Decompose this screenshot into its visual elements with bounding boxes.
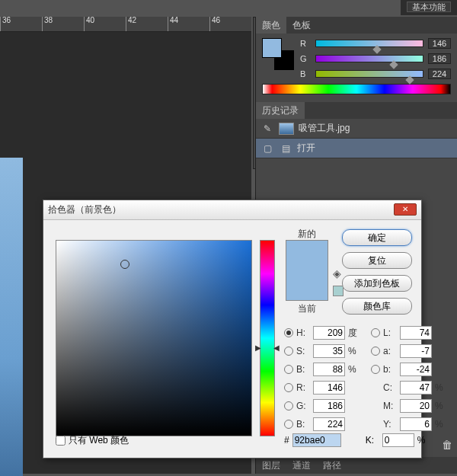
r-value[interactable] — [428, 38, 451, 49]
layers-panel-tabs: 图层 通道 路径 — [256, 457, 457, 474]
radio-a[interactable] — [371, 347, 380, 356]
tab-paths[interactable]: 路径 — [317, 457, 347, 474]
checkbox-icon: ▢ — [260, 142, 274, 155]
history-source-row[interactable]: ✎ 吸管工具.jpg — [256, 119, 457, 139]
history-state-row[interactable]: ▢ ▤ 打开 — [256, 139, 457, 158]
input-g[interactable] — [313, 399, 345, 413]
history-thumbnail — [279, 123, 294, 135]
document-icon: ▤ — [279, 142, 292, 155]
radio-b-hsb[interactable] — [284, 365, 293, 374]
input-lab-b[interactable] — [400, 363, 432, 376]
current-color-label: 当前 — [286, 302, 328, 315]
r-label: R — [300, 39, 311, 48]
workspace-switcher[interactable]: 基本功能 — [401, 0, 457, 15]
gamut-warning-icon[interactable]: ◈ — [333, 267, 341, 280]
input-r[interactable] — [313, 381, 345, 395]
color-panel-tabs: 颜色 色板 — [256, 17, 457, 34]
color-picker-dialog: 拾色器（前景色） ✕ ▶◀ 新的 当前 ◈ 确定 复位 添加到色板 颜色库 H:… — [43, 200, 422, 458]
input-y[interactable] — [400, 417, 432, 431]
trash-icon[interactable]: 🗑 — [442, 439, 452, 451]
ruler-tick: 46 — [209, 17, 251, 31]
history-state-label: 打开 — [297, 142, 315, 155]
dialog-title-bar[interactable]: 拾色器（前景色） ✕ — [43, 200, 421, 220]
tab-swatches[interactable]: 色板 — [286, 17, 317, 34]
dialog-title: 拾色器（前景色） — [48, 203, 121, 216]
g-label: G — [300, 54, 311, 63]
tab-history[interactable]: 历史记录 — [256, 102, 305, 119]
tab-channels[interactable]: 通道 — [286, 457, 317, 474]
color-field[interactable] — [56, 240, 252, 436]
current-color-swatch[interactable] — [286, 270, 328, 300]
hex-row: # K: % — [284, 433, 430, 447]
ruler-tick: 40 — [84, 17, 126, 31]
radio-l[interactable] — [371, 328, 380, 337]
hex-input[interactable] — [292, 433, 341, 447]
brush-icon: ✎ — [260, 123, 274, 135]
input-b-rgb[interactable] — [313, 417, 345, 431]
radio-g[interactable] — [284, 401, 293, 411]
input-b-hsb[interactable] — [313, 363, 345, 376]
image-preview — [0, 158, 23, 476]
web-only-checkbox[interactable]: 只有 Web 颜色 — [56, 434, 129, 447]
close-button[interactable]: ✕ — [394, 203, 417, 216]
hue-slider[interactable] — [260, 240, 275, 436]
radio-lab-b[interactable] — [371, 365, 380, 374]
spectrum-ramp[interactable] — [262, 84, 451, 94]
ruler-tick: 44 — [168, 17, 209, 31]
web-only-input[interactable] — [56, 436, 66, 446]
workspace-label: 基本功能 — [407, 2, 451, 12]
new-color-swatch[interactable] — [286, 241, 328, 270]
b-label: B — [300, 69, 311, 78]
input-k[interactable] — [382, 433, 414, 447]
input-m[interactable] — [400, 399, 432, 413]
history-filename: 吸管工具.jpg — [299, 122, 350, 135]
color-field-marker[interactable] — [120, 260, 129, 269]
foreground-color-swatch[interactable] — [262, 38, 282, 58]
input-h[interactable] — [313, 326, 345, 340]
radio-h[interactable] — [284, 328, 293, 337]
g-value[interactable] — [428, 53, 451, 64]
ruler-tick: 42 — [126, 17, 168, 31]
web-only-label: 只有 Web 颜色 — [69, 434, 129, 447]
b-value[interactable] — [428, 69, 451, 79]
input-a[interactable] — [400, 344, 432, 358]
input-s[interactable] — [313, 344, 345, 358]
radio-b-rgb[interactable] — [284, 420, 293, 429]
fg-bg-swatch[interactable] — [262, 38, 294, 70]
hex-label: # — [284, 435, 289, 446]
g-slider[interactable] — [315, 55, 423, 62]
input-c[interactable] — [400, 381, 432, 395]
color-panel: R G B — [256, 34, 457, 99]
input-l[interactable] — [400, 326, 432, 340]
color-values: H: 度 L: S: % a: B: % b: R: C: % — [284, 324, 447, 433]
tab-color[interactable]: 颜色 — [256, 17, 286, 34]
radio-r[interactable] — [284, 383, 293, 392]
hue-slider-handle[interactable]: ▶◀ — [255, 343, 280, 350]
b-slider[interactable] — [315, 70, 423, 78]
color-preview — [286, 240, 328, 301]
ruler-tick: 36 — [0, 17, 42, 31]
add-swatch-button[interactable]: 添加到色板 — [342, 275, 412, 292]
reset-button[interactable]: 复位 — [342, 252, 412, 269]
r-slider[interactable] — [315, 40, 423, 47]
radio-s[interactable] — [284, 347, 293, 356]
color-library-button[interactable]: 颜色库 — [342, 298, 412, 315]
ruler-tick: 38 — [42, 17, 84, 31]
history-panel: 历史记录 ✎ 吸管工具.jpg ▢ ▤ 打开 — [256, 102, 457, 158]
new-color-label: 新的 — [286, 228, 328, 241]
tab-layers[interactable]: 图层 — [256, 457, 286, 474]
ruler-horizontal[interactable]: 36 38 40 42 44 46 48 — [0, 17, 251, 32]
ok-button[interactable]: 确定 — [342, 229, 412, 246]
